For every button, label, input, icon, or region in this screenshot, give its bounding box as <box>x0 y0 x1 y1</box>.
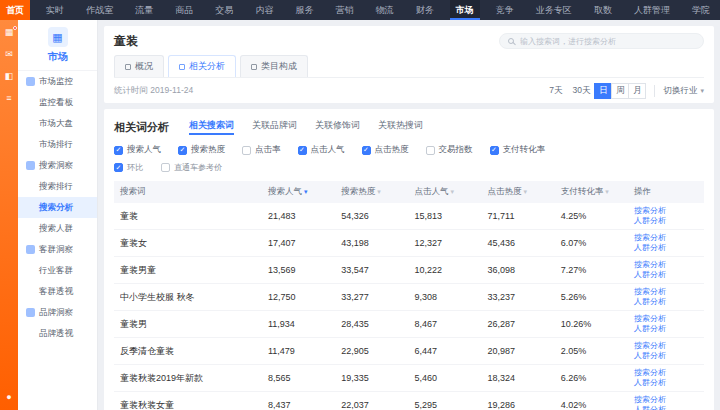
row-value: 33,237 <box>488 292 561 302</box>
user-icon[interactable]: ● <box>6 393 11 402</box>
search-placeholder: 输入搜索词，进行搜索分析 <box>520 36 616 47</box>
nav-item[interactable]: 首页 <box>0 0 30 20</box>
tab-active[interactable]: 相关分析 <box>168 55 236 77</box>
checkbox-icon: ✓ <box>298 146 307 155</box>
nav-item[interactable]: 竞争 <box>490 0 520 20</box>
date-range-button[interactable]: 30天 <box>568 83 596 99</box>
nav-item[interactable]: 人群管理 <box>628 0 676 20</box>
sidebar-item[interactable]: 监控看板 <box>18 92 97 113</box>
row-keyword: 中小学生校服 秋冬 <box>120 291 268 304</box>
row-value: 22,037 <box>341 400 414 410</box>
sidebar-item[interactable]: 搜索人群 <box>18 218 97 239</box>
nav-item[interactable]: 作战室 <box>80 0 119 20</box>
option-checkbox[interactable]: ✓环比 <box>114 162 143 173</box>
nav-item[interactable]: 市场 <box>450 0 480 20</box>
date-range-button[interactable]: 月 <box>628 83 646 99</box>
date-range-controls: 7天30天日周月切换行业▾ <box>544 83 704 99</box>
checkbox-icon: ✓ <box>114 163 123 172</box>
sidebar-item[interactable]: 搜索分析 <box>18 197 97 218</box>
sidebar-item[interactable]: 品牌洞察 <box>18 302 97 323</box>
nav-item[interactable]: 商品 <box>169 0 199 20</box>
subtab[interactable]: 关联品牌词 <box>252 119 297 135</box>
row-value: 4.02% <box>561 400 634 410</box>
metric-checkbox[interactable]: ✓搜索人气 <box>114 144 161 156</box>
search-analysis-link[interactable]: 搜索分析 <box>634 260 698 270</box>
nav-item[interactable]: 内容 <box>249 0 279 20</box>
row-value: 18,324 <box>488 373 561 383</box>
audience-analysis-link[interactable]: 人群分析 <box>634 324 698 334</box>
date-range-button[interactable]: 7天 <box>544 83 567 99</box>
nav-item[interactable]: 学院 <box>686 0 716 20</box>
search-analysis-link[interactable]: 搜索分析 <box>634 341 698 351</box>
subtab[interactable]: 相关搜索词 <box>189 119 234 135</box>
sidebar-item[interactable]: 市场监控 <box>18 71 97 92</box>
nav-item[interactable]: 实时 <box>40 0 70 20</box>
metric-checkbox[interactable]: 交易指数 <box>426 144 473 156</box>
audience-analysis-link[interactable]: 人群分析 <box>634 378 698 388</box>
nav-item[interactable]: 营销 <box>330 0 360 20</box>
apps-icon[interactable]: ▦ <box>5 28 14 37</box>
sidebar-item-label: 行业客群 <box>39 265 73 277</box>
audience-analysis-link[interactable]: 人群分析 <box>634 216 698 226</box>
tab-label: 概况 <box>135 60 153 73</box>
chart-icon[interactable]: ◧ <box>5 72 14 81</box>
metric-checkbox-label: 支付转化率 <box>503 144 546 156</box>
nav-item[interactable]: 财务 <box>410 0 440 20</box>
sidebar-item[interactable]: 搜索排行 <box>18 176 97 197</box>
audience-analysis-link[interactable]: 人群分析 <box>634 243 698 253</box>
nav-item[interactable]: 业务专区 <box>530 0 578 20</box>
metric-checkbox[interactable]: ✓搜索热度 <box>178 144 225 156</box>
sidebar-item[interactable]: 市场排行 <box>18 134 97 155</box>
search-icon <box>508 38 514 44</box>
sidebar-item-label: 客群洞察 <box>39 244 73 256</box>
column-header[interactable]: 搜索热度▾ <box>341 186 414 198</box>
tab-item[interactable]: 概况 <box>114 55 164 77</box>
date-range-button[interactable]: 日 <box>594 83 612 99</box>
metric-checkbox[interactable]: 点击率 <box>242 144 281 156</box>
row-value: 71,711 <box>488 211 561 221</box>
audience-analysis-link[interactable]: 人群分析 <box>634 270 698 280</box>
metric-checkbox[interactable]: ✓支付转化率 <box>490 144 546 156</box>
audience-analysis-link[interactable]: 人群分析 <box>634 351 698 361</box>
row-value: 54,326 <box>341 211 414 221</box>
search-analysis-link[interactable]: 搜索分析 <box>634 233 698 243</box>
search-input[interactable]: 输入搜索词，进行搜索分析 <box>499 33 704 49</box>
message-icon[interactable]: ✉ <box>5 50 13 59</box>
nav-item[interactable]: 交易 <box>209 0 239 20</box>
metric-checkbox[interactable]: ✓点击人气 <box>298 144 345 156</box>
search-analysis-link[interactable]: 搜索分析 <box>634 206 698 216</box>
sidebar-item[interactable]: 搜索洞察 <box>18 155 97 176</box>
subtab[interactable]: 关联热搜词 <box>378 119 423 135</box>
menu-icon[interactable]: ≡ <box>6 94 11 103</box>
option-checkbox[interactable]: 直通车参考价 <box>161 162 222 173</box>
sidebar-item[interactable]: 品牌透视 <box>18 323 97 344</box>
sidebar-item-label: 市场排行 <box>39 139 73 151</box>
column-header[interactable]: 点击人气▾ <box>414 186 487 198</box>
nav-item[interactable]: 物流 <box>370 0 400 20</box>
search-analysis-link[interactable]: 搜索分析 <box>634 287 698 297</box>
related-words-table: 搜索词搜索人气▾搜索热度▾点击人气▾点击热度▾支付转化率▾操作 童装21,483… <box>114 181 704 410</box>
nav-item[interactable]: 流量 <box>129 0 159 20</box>
sidebar-item[interactable]: 客群洞察 <box>18 239 97 260</box>
column-header[interactable]: 点击热度▾ <box>488 186 561 198</box>
audience-analysis-link[interactable]: 人群分析 <box>634 405 698 410</box>
nav-item[interactable]: 服务 <box>289 0 319 20</box>
metric-checkbox-label: 点击热度 <box>375 144 409 156</box>
date-range-button[interactable]: 周 <box>611 83 629 99</box>
column-header[interactable]: 搜索人气▾ <box>268 186 341 198</box>
sidebar-item[interactable]: 行业客群 <box>18 260 97 281</box>
audience-analysis-link[interactable]: 人群分析 <box>634 297 698 307</box>
industry-switch-dropdown[interactable]: 切换行业▾ <box>663 85 704 97</box>
column-header[interactable]: 支付转化率▾ <box>561 186 634 198</box>
metric-checkbox[interactable]: ✓点击热度 <box>362 144 409 156</box>
subtab[interactable]: 关联修饰词 <box>315 119 360 135</box>
search-analysis-link[interactable]: 搜索分析 <box>634 395 698 405</box>
search-analysis-link[interactable]: 搜索分析 <box>634 314 698 324</box>
sidebar-item[interactable]: 客群透视 <box>18 281 97 302</box>
metric-checkbox-label: 搜索人气 <box>127 144 161 156</box>
column-header: 操作 <box>634 186 698 198</box>
nav-item[interactable]: 取数 <box>588 0 618 20</box>
sidebar-item[interactable]: 市场大盘 <box>18 113 97 134</box>
search-analysis-link[interactable]: 搜索分析 <box>634 368 698 378</box>
tab-item[interactable]: 类目构成 <box>240 55 308 77</box>
